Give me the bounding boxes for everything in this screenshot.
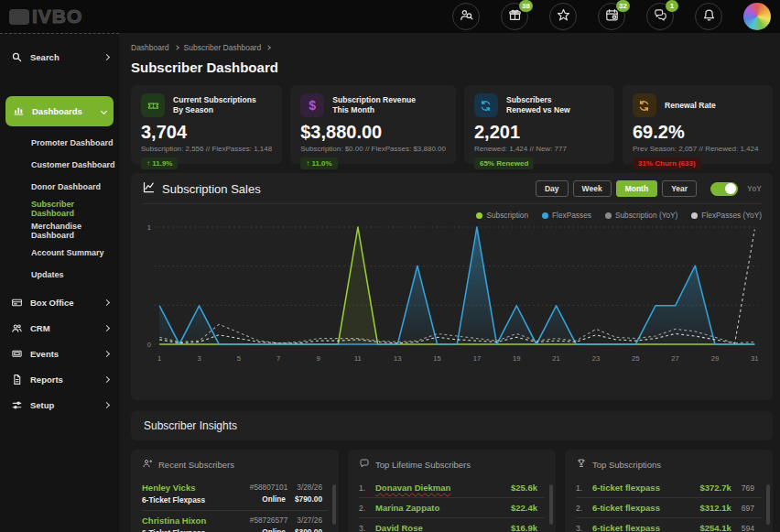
range-button-day[interactable]: Day [536, 180, 569, 197]
top-lifetime-subscribers-card: Top Lifetime Subscribers 1. Donavan Diek… [348, 450, 556, 532]
sidebar-item-donor-dashboard[interactable]: Donor Dashboard [0, 176, 119, 198]
customer-search-button[interactable] [452, 3, 480, 30]
range-button-week[interactable]: Week [573, 180, 612, 197]
order-amount: $300.00 [295, 527, 322, 532]
lifetime-value: $16.9k [511, 523, 537, 532]
sidebar-section-label: Box Office [30, 298, 74, 308]
subscriber-insights-header: Subscriber Insights [131, 411, 773, 440]
legend-subscription-yoy[interactable]: Subscription (YoY) [605, 211, 677, 220]
legend-flexpasses-yoy[interactable]: FlexPasses (YoY) [691, 211, 762, 220]
favorites-button[interactable] [549, 3, 577, 30]
sidebar-item-updates[interactable]: Updates [0, 264, 119, 286]
list-item[interactable]: 1. Donavan Diekman $25.6k [359, 478, 545, 498]
subscription-sales-card: Subscription Sales Day Week Month Year Y… [131, 173, 773, 400]
person-search-icon [459, 7, 474, 27]
events-icon [10, 348, 23, 360]
legend-flexpasses[interactable]: FlexPasses [542, 211, 591, 220]
topbar: IVBO 38 3 [0, 0, 780, 33]
subscriber-name: Donavan Diekman [375, 483, 450, 493]
card-scrollbar[interactable] [766, 484, 770, 525]
user-avatar[interactable] [743, 3, 771, 30]
legend-dot [605, 212, 612, 219]
legend-dot [476, 212, 482, 219]
sub-item-label: Promoter Dashboard [31, 138, 114, 147]
sidebar-item-subscriber-dashboard[interactable]: Subscriber Dashboard [0, 198, 119, 220]
stat-card-subscription-revenue: $ Subscription RevenueThis Month $3,880.… [290, 85, 456, 164]
stat-churn-badge: 31% Churn (633) [633, 157, 701, 169]
list-item[interactable]: 3. 6-ticket flexpass $254.1k 594 [576, 518, 762, 532]
sub-item-label: Customer Dashboard [31, 160, 115, 169]
messages-button[interactable]: 1 [646, 3, 674, 30]
order-id: #58726577 [250, 516, 288, 525]
rank-label: 2. [359, 504, 369, 513]
subscription-revenue: $312.1k [699, 503, 731, 513]
person-plus-icon [142, 458, 153, 471]
svg-text:15: 15 [433, 354, 441, 363]
list-item[interactable]: Henley Vicks 6-Ticket Flexpass #58807101… [142, 478, 328, 511]
order-channel: Online [262, 494, 286, 504]
subscriber-plan: 6-Ticket Flexpass [142, 528, 206, 532]
sidebar-item-reports[interactable]: Reports [0, 366, 119, 392]
sidebar-item-events[interactable]: Events [0, 341, 119, 366]
notifications-button[interactable] [695, 3, 722, 30]
events-calendar-button[interactable]: 32 [598, 3, 625, 30]
breadcrumb-item-subscriber-dashboard[interactable]: Subscriber Dashboard [184, 43, 262, 52]
legend-dot [691, 212, 698, 219]
breadcrumb: Dashboard Subscriber Dashboard [131, 43, 773, 52]
card-scrollbar[interactable] [549, 484, 553, 525]
app-logo[interactable]: IVBO [9, 5, 82, 27]
yoy-toggle-label: YoY [747, 184, 762, 193]
insights-row: Recent Subscribers Henley Vicks 6-Ticket… [131, 450, 773, 532]
sidebar-item-promoter-dashboard[interactable]: Promoter Dashboard [0, 132, 119, 154]
rank-label: 3. [359, 524, 369, 532]
stat-card-title: Current SubscriptionsBy Season [173, 95, 256, 114]
sidebar-section-label: Setup [30, 400, 54, 410]
stat-subtitle: Renewed: 1,424 // New: 777 [474, 145, 604, 153]
sidebar-item-crm[interactable]: CRM [0, 315, 119, 341]
svg-text:27: 27 [671, 354, 679, 363]
svg-text:11: 11 [354, 354, 362, 363]
orders-button[interactable]: 38 [501, 3, 528, 30]
sidebar-item-dashboards[interactable]: Dashboards [5, 96, 114, 126]
list-item[interactable]: 1. 6-ticket flexpass $372.7k 769 [576, 478, 762, 498]
subscriber-name: Marina Zappato [375, 503, 439, 513]
svg-text:19: 19 [513, 354, 521, 363]
chart-legend: Subscription FlexPasses Subscription (Yo… [142, 211, 762, 220]
sidebar-item-box-office[interactable]: Box Office [0, 289, 119, 315]
list-item[interactable]: 3. David Rose $16.9k [359, 518, 545, 532]
dollar-icon: $ [300, 93, 324, 117]
sub-item-label: Donor Dashboard [31, 182, 101, 191]
card-scrollbar[interactable] [332, 484, 336, 525]
search-icon [10, 51, 23, 63]
sidebar-dashboards-label: Dashboards [32, 106, 82, 116]
stat-subtitle: Subscription: $0.00 // FlexPasses: $3,88… [300, 145, 446, 153]
stat-card-current-subscriptions: Current SubscriptionsBy Season 3,704 Sub… [131, 85, 282, 164]
app-root: IVBO 38 3 [0, 0, 780, 532]
subscription-sales-chart[interactable]: 01135791113151719212325272931 [142, 220, 762, 374]
svg-text:29: 29 [711, 354, 720, 363]
svg-text:13: 13 [394, 354, 402, 363]
breadcrumb-item-dashboard[interactable]: Dashboard [131, 43, 169, 52]
range-button-year[interactable]: Year [662, 180, 697, 197]
sidebar-section-label: Reports [30, 375, 63, 385]
list-item[interactable]: Christina Hixon 6-Ticket Flexpass #58726… [142, 511, 328, 532]
sidebar-item-merchandise-dashboard[interactable]: Merchandise Dashboard [0, 220, 119, 242]
list-item[interactable]: 2. 6-ticket flexpass $312.1k 697 [576, 498, 762, 518]
subscription-name: 6-ticket flexpass [592, 483, 660, 493]
sync-icon [633, 93, 656, 117]
yoy-toggle[interactable] [710, 182, 738, 196]
sidebar-item-account-summary[interactable]: Account Summary [0, 242, 119, 264]
range-button-month[interactable]: Month [616, 180, 658, 197]
list-item[interactable]: 2. Marina Zappato $22.4k [359, 498, 545, 518]
subscription-count: 697 [742, 504, 754, 513]
sidebar-item-setup[interactable]: Setup [0, 392, 119, 418]
legend-subscription[interactable]: Subscription [476, 211, 528, 220]
logo-icon [9, 9, 29, 25]
rank-label: 3. [576, 524, 586, 532]
svg-text:1: 1 [157, 354, 161, 363]
chevron-right-icon [103, 324, 110, 331]
sidebar-item-search[interactable]: Search [0, 43, 119, 71]
sidebar-item-customer-dashboard[interactable]: Customer Dashboard [0, 154, 119, 176]
dashboards-icon [13, 104, 25, 118]
stat-trend-badge: ↑ 11.0% [300, 157, 337, 169]
